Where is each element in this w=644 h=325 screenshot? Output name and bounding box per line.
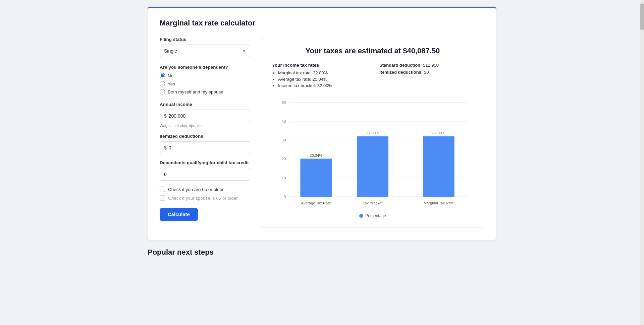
age-self-checkbox[interactable] [160,187,165,192]
chart-area: 50 40 30 20 10 0 20.04% 32.00% [272,96,473,218]
radio-yes[interactable]: Yes [160,81,250,86]
age-checkbox-group: Check if you are 65 or older Check if yo… [160,187,250,201]
popular-next-steps: Popular next steps [148,248,496,263]
page-wrapper: Marginal tax rate calculator Filing stat… [0,0,644,325]
dependent-label: Are you someone's dependent? [160,65,250,70]
svg-text:Marginal Tax Rate: Marginal Tax Rate [424,201,454,205]
svg-text:32.00%: 32.00% [432,131,445,135]
bar-tax-bracket [357,136,388,197]
filing-status-select[interactable]: Single Married Filing Jointly Married Fi… [160,45,250,57]
child-tax-credit-group: Dependents qualifying for child tax cred… [160,160,250,181]
svg-text:20.04%: 20.04% [310,153,322,157]
rate-item-average: Average tax rate: 20.04% [278,77,366,82]
svg-text:20: 20 [282,157,286,161]
bar-marginal-tax-rate [423,136,454,197]
radio-no[interactable]: No [160,73,250,78]
scrollbar-track[interactable] [640,0,644,325]
svg-text:Tax Bracket: Tax Bracket [363,201,383,205]
itemized-deductions-group: Itemized deductions $ [160,134,250,154]
age-spouse-label: Check if your spouse is 65 or older [168,196,238,201]
legend-dot [359,214,363,218]
card-inner: Filing status Single Married Filing Join… [160,37,484,228]
itemized-deductions-prefix: $ [164,145,167,150]
annual-income-wrapper: $ [160,110,250,122]
rate-item-marginal: Marginal tax rate: 32.00% [278,70,366,75]
deductions-block: Standard deduction: $12,950 Itemized ded… [379,63,473,89]
itemized-deduction-result-line: Itemized deductions: $0 [379,70,473,75]
legend-label: Percentage [365,213,386,218]
annual-income-prefix: $ [164,113,167,119]
bar-chart: 50 40 30 20 10 0 20.04% 32.00% [272,96,473,209]
svg-text:30: 30 [282,138,286,142]
page-title: Marginal tax rate calculator [160,19,484,27]
radio-both[interactable]: Both myself and my spouse [160,89,250,94]
svg-text:0: 0 [284,195,286,199]
main-card: Marginal tax rate calculator Filing stat… [148,7,496,240]
child-tax-credit-label: Dependents qualifying for child tax cred… [160,160,250,165]
standard-deduction-label: Standard deduction: [379,63,422,68]
radio-both-input[interactable] [160,89,165,94]
scrollbar-thumb[interactable] [640,3,644,30]
svg-text:32.00%: 32.00% [366,131,379,135]
radio-yes-label: Yes [168,81,175,86]
age-self-label: Check if you are 65 or older [168,187,224,192]
child-tax-credit-wrapper [160,168,250,181]
calculate-button[interactable]: Calculate [160,208,198,221]
svg-text:Average Tax Rate: Average Tax Rate [301,201,331,205]
rate-list: Marginal tax rate: 32.00% Average tax ra… [272,70,366,88]
annual-income-label: Annual income [160,102,250,107]
popular-next-steps-title: Popular next steps [148,248,496,257]
annual-income-input[interactable] [169,110,246,122]
itemized-deductions-input[interactable] [169,142,246,154]
rate-item-bracket: Income tax bracket: 32.00% [278,83,366,88]
estimate-title: Your taxes are estimated at $40,087.50 [272,47,473,55]
itemized-deductions-wrapper: $ [160,141,250,154]
filing-status-wrapper: Single Married Filing Jointly Married Fi… [160,45,250,57]
svg-text:40: 40 [282,119,286,123]
right-panel: Your taxes are estimated at $40,087.50 Y… [261,37,484,228]
age-spouse-item: Check if your spouse is 65 or older [160,195,250,201]
left-panel: Filing status Single Married Filing Join… [160,37,250,228]
income-tax-rates: Your income tax rates Marginal tax rate:… [272,63,366,89]
annual-income-hint: Wages, salaries, tips, etc [160,124,250,128]
itemized-deduction-result-label: Itemized deductions: [379,70,423,75]
radio-both-label: Both myself and my spouse [168,89,223,94]
age-spouse-checkbox [160,195,165,201]
radio-no-input[interactable] [160,73,165,78]
child-tax-credit-input[interactable] [164,168,246,180]
filing-status-label: Filing status [160,37,250,42]
standard-deduction-line: Standard deduction: $12,950 [379,63,473,68]
radio-yes-input[interactable] [160,81,165,86]
summary-row: Your income tax rates Marginal tax rate:… [272,63,473,89]
bar-average-tax-rate [300,159,332,197]
chart-legend: Percentage [272,213,473,218]
income-tax-rates-label: Your income tax rates [272,63,366,68]
annual-income-group: Annual income $ Wages, salaries, tips, e… [160,102,250,128]
itemized-deductions-label: Itemized deductions [160,134,250,139]
itemized-deduction-result-value: $0 [424,70,429,75]
age-self-item[interactable]: Check if you are 65 or older [160,187,250,192]
dependent-group: Are you someone's dependent? No Yes Both… [160,65,250,94]
standard-deduction-value: $12,950 [423,63,439,68]
svg-text:50: 50 [282,101,286,105]
svg-text:10: 10 [282,176,286,180]
radio-no-label: No [168,73,173,78]
